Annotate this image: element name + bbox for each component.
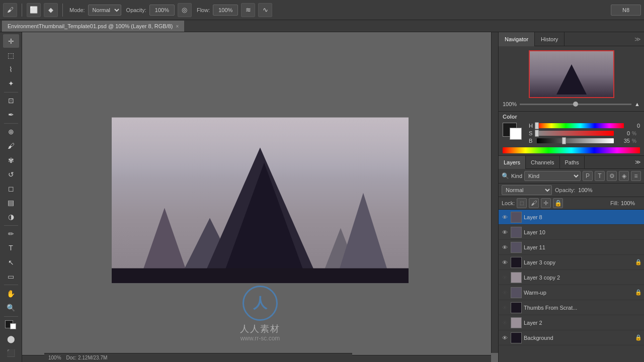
heal-tool[interactable]: ⊕: [3, 125, 19, 139]
layers-filter-btn2[interactable]: T: [595, 171, 605, 181]
layer-visibility-eye[interactable]: 👁: [501, 228, 509, 236]
flow-label: Flow:: [197, 7, 210, 13]
color-swatches-area[interactable]: [503, 123, 525, 143]
crop-tool[interactable]: ⊡: [3, 94, 19, 108]
lasso-tool[interactable]: ⌇: [3, 62, 19, 76]
fill-label: Fill:: [610, 200, 619, 206]
layer-visibility-eye[interactable]: 👁: [501, 258, 509, 266]
mountain-left-1: [142, 208, 187, 274]
layer-thumbnail: [511, 242, 522, 253]
layers-filter-btn5[interactable]: ≡: [631, 171, 641, 181]
layer-visibility-eye[interactable]: 👁: [501, 289, 509, 297]
layer-row[interactable]: 👁Layer 2: [499, 315, 644, 330]
layer-visibility-eye[interactable]: 👁: [501, 243, 509, 251]
right-panel: Navigator History ≫ 100% ▲ Color: [498, 32, 644, 362]
layers-tab-layers[interactable]: Layers: [499, 156, 526, 169]
foreground-bg-swatch[interactable]: [3, 318, 19, 332]
layer-row[interactable]: 👁Layer 10: [499, 225, 644, 240]
brightness-slider[interactable]: [537, 138, 614, 143]
layer-visibility-eye[interactable]: 👁: [501, 213, 509, 221]
color-sliders: H 0 S 0 %: [529, 123, 640, 145]
hue-slider[interactable]: [537, 123, 624, 128]
canvas-scrollbar-vertical[interactable]: [491, 32, 498, 353]
layer-row[interactable]: 👁Background🔒: [499, 330, 644, 345]
lock-pixels-btn[interactable]: 🖌: [529, 198, 539, 208]
history-tab[interactable]: History: [535, 32, 565, 46]
layer-visibility-eye[interactable]: 👁: [501, 274, 509, 282]
brush-size-icon[interactable]: ⬜: [27, 3, 41, 17]
saturation-slider[interactable]: [537, 131, 614, 136]
layer-row[interactable]: 👁Layer 8: [499, 210, 644, 225]
layer-visibility-eye[interactable]: 👁: [501, 304, 509, 312]
layers-opacity-value[interactable]: 100%: [578, 187, 598, 193]
text-tool[interactable]: T: [3, 241, 19, 255]
layers-tab-paths[interactable]: Paths: [560, 156, 585, 169]
layers-tab-channels[interactable]: Channels: [526, 156, 559, 169]
background-color-swatch[interactable]: [510, 128, 522, 140]
nav-zoom-slider[interactable]: [520, 104, 631, 105]
move-tool[interactable]: ✛: [3, 34, 19, 48]
gradient-tool[interactable]: ▤: [3, 196, 19, 209]
brush-shape-icon[interactable]: ◆: [44, 3, 58, 17]
layer-row[interactable]: 👁Layer 11: [499, 240, 644, 255]
layer-row[interactable]: 👁Layer 3 copy🔒: [499, 255, 644, 270]
pen-tool[interactable]: ✏: [3, 227, 19, 241]
mountain-dark-overlay: [224, 163, 304, 274]
color-panel-header: Color: [503, 114, 640, 120]
active-tab[interactable]: EnvironmentThumbnail_Template01.psd @ 10…: [2, 21, 184, 32]
hand-tool[interactable]: ✋: [3, 287, 19, 300]
lock-all-btn[interactable]: 🔒: [553, 198, 563, 208]
navigator-preview: 100% ▲: [499, 46, 644, 112]
opacity-label: Opacity:: [126, 7, 146, 13]
color-spectrum[interactable]: [503, 147, 640, 153]
panel-close-btn[interactable]: ≫: [634, 32, 644, 46]
opacity-input[interactable]: [149, 5, 175, 16]
mode-dropdown[interactable]: Normal: [88, 5, 121, 16]
flow-input[interactable]: [213, 5, 238, 16]
layers-blend-row: Normal Opacity: 100%: [499, 184, 644, 197]
layers-blend-dropdown[interactable]: Normal: [502, 185, 552, 195]
layer-row[interactable]: 👁Layer 3 copy 2: [499, 270, 644, 285]
eyedropper-tool[interactable]: ✒: [3, 108, 19, 122]
layers-filter-dropdown[interactable]: Kind: [524, 171, 581, 181]
layer-row[interactable]: 👁Thumbs From Scrat...: [499, 300, 644, 315]
clone-tool[interactable]: ✾: [3, 153, 19, 167]
fill-value[interactable]: 100%: [621, 200, 641, 206]
path-select-tool[interactable]: ↖: [3, 255, 19, 269]
layers-filter-btn1[interactable]: P: [583, 171, 593, 181]
tabbar: EnvironmentThumbnail_Template01.psd @ 10…: [0, 20, 644, 32]
flow-icon[interactable]: ≋: [241, 3, 255, 17]
navigator-tab[interactable]: Navigator: [499, 32, 535, 46]
lock-position-btn[interactable]: ✛: [541, 198, 551, 208]
layers-filter-btn4[interactable]: ◈: [619, 171, 629, 181]
layer-row[interactable]: 👁Warm-up🔒: [499, 285, 644, 300]
brush-tool-icon[interactable]: 🖌: [3, 3, 17, 17]
selection-tool[interactable]: ⬚: [3, 48, 19, 62]
layers-tabs: Layers Channels Paths ≫: [499, 156, 644, 169]
eraser-tool[interactable]: ◻: [3, 182, 19, 195]
tab-close-button[interactable]: ×: [176, 24, 179, 29]
layer-visibility-eye[interactable]: 👁: [501, 319, 509, 327]
screen-mode[interactable]: ⬛: [3, 346, 19, 360]
zoom-tool[interactable]: 🔍: [3, 301, 19, 314]
layer-name-label: Layer 8: [524, 214, 642, 220]
magic-wand-tool[interactable]: ✦: [3, 76, 19, 90]
shortcut-input[interactable]: [611, 5, 641, 16]
layers-panel-close[interactable]: ≫: [635, 156, 644, 168]
brush-tool[interactable]: 🖌: [3, 139, 19, 153]
history-brush-tool[interactable]: ↺: [3, 167, 19, 181]
nav-mountain: [556, 64, 587, 95]
smoothing-icon[interactable]: ∿: [258, 3, 272, 17]
layer-visibility-eye[interactable]: 👁: [501, 334, 509, 342]
ground: [112, 268, 409, 284]
lock-transparent-btn[interactable]: ⬚: [517, 198, 527, 208]
dodge-tool[interactable]: ◑: [3, 210, 19, 224]
canvas-area: 人 人人素材 www.rr-sc.com 100% Doc: 2.12M/23.…: [22, 32, 498, 362]
airbrush-icon[interactable]: ◎: [178, 3, 192, 17]
shape-tool[interactable]: ▭: [3, 269, 19, 283]
toolbar: 🖌 ⬜ ◆ Mode: Normal Opacity: ◎ Flow: ≋ ∿: [0, 0, 644, 20]
quick-mask-mode[interactable]: ⬤: [3, 332, 19, 346]
bri-value: 35: [616, 138, 630, 144]
layers-filter-btn3[interactable]: ⚙: [607, 171, 617, 181]
hue-value: 0: [626, 123, 640, 129]
